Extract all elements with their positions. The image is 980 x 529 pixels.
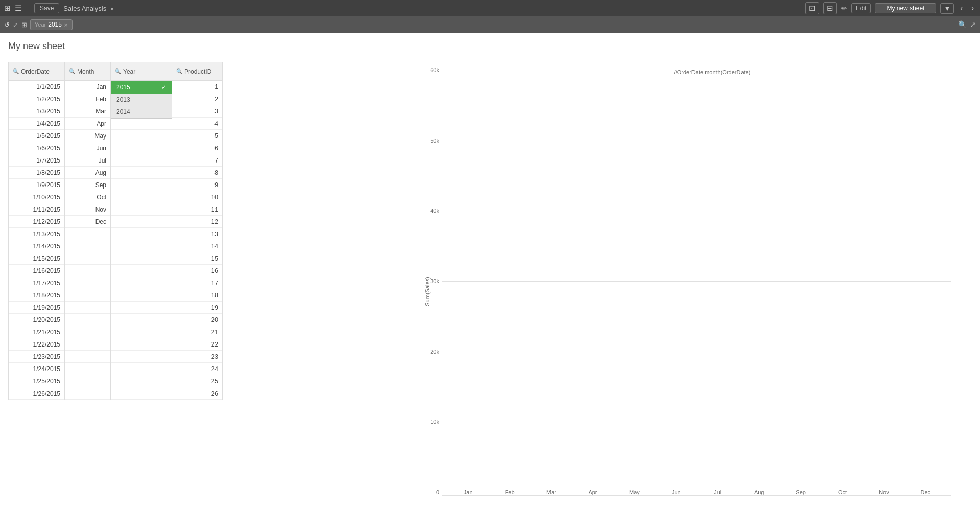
save-button[interactable]: Save	[34, 3, 59, 13]
table-row: 15	[172, 252, 222, 265]
table-row: May	[65, 130, 110, 142]
table-row: Jun	[65, 142, 110, 154]
main-area: My new sheet 🔍 OrderDate 1/1/2015 1/2/20…	[0, 33, 980, 529]
filter-close-icon[interactable]: ×	[64, 21, 68, 29]
table-row	[111, 154, 172, 167]
table-row: Oct	[65, 191, 110, 203]
month-header: 🔍 Month	[65, 62, 110, 81]
year-checkmark-icon: ✓	[161, 84, 166, 91]
y-label-60k: 60k	[430, 67, 439, 73]
year-option-2015[interactable]: 2015 ✓	[111, 81, 172, 94]
month-search-icon: 🔍	[69, 68, 75, 74]
table-row: 1/10/2015	[9, 191, 64, 203]
table-row	[111, 277, 172, 289]
y-axis-title: Sum(Sales)	[424, 277, 431, 306]
table-row	[111, 240, 172, 252]
table-row: 6	[172, 142, 222, 154]
edit-pencil-icon[interactable]: ✏	[841, 4, 847, 12]
x-label-jul: Jul	[697, 487, 738, 495]
x-label-sep: Sep	[780, 487, 821, 495]
refresh-icon[interactable]: ↺	[4, 21, 10, 29]
table-row: 1/25/2015	[9, 375, 64, 387]
year-option-2013[interactable]: 2013	[111, 94, 172, 106]
table-row	[111, 302, 172, 314]
fullscreen-icon[interactable]: ⤢	[970, 20, 976, 29]
year-dropdown[interactable]: 2015 ✓ 2013 2014	[111, 81, 172, 119]
table-row	[111, 191, 172, 203]
table-row	[65, 314, 110, 326]
table-row: 1/15/2015	[9, 252, 64, 265]
table-row: Feb	[65, 93, 110, 105]
table-row: Sep	[65, 179, 110, 191]
table-row: 12	[172, 216, 222, 228]
table-row	[65, 387, 110, 400]
table-row: 23	[172, 351, 222, 363]
edit-button[interactable]: Edit	[851, 3, 871, 13]
table-row	[111, 118, 172, 130]
table-row: 9	[172, 179, 222, 191]
y-label-20k: 20k	[430, 349, 439, 355]
year-search-icon: 🔍	[115, 68, 121, 74]
next-nav-button[interactable]: ›	[969, 4, 976, 13]
table-wrapper: 🔍 OrderDate 1/1/2015 1/2/2015 1/3/2015 1…	[8, 62, 401, 400]
gridline	[442, 495, 951, 496]
year-option-2014[interactable]: 2014	[111, 106, 172, 118]
x-label-jun: Jun	[655, 487, 697, 495]
table-row	[111, 252, 172, 265]
table-row: 3	[172, 105, 222, 118]
table-row	[111, 351, 172, 363]
table-row	[111, 179, 172, 191]
table-row: 14	[172, 240, 222, 252]
y-label-50k: 50k	[430, 137, 439, 144]
table-row: 1/8/2015	[9, 167, 64, 179]
table-row	[111, 363, 172, 375]
table-row: 18	[172, 289, 222, 302]
month-column: 🔍 Month Jan Feb Mar Apr May Jun Jul Aug …	[64, 62, 110, 400]
sheet-title: My new sheet	[8, 41, 972, 52]
expand-icon[interactable]: ⤢	[13, 21, 18, 29]
table-row: 26	[172, 387, 222, 400]
year-filter-pill[interactable]: Year 2015 ×	[30, 19, 73, 30]
prev-nav-button[interactable]: ‹	[958, 4, 965, 13]
product-id-header-label: ProductID	[184, 68, 211, 75]
table-row: 1/12/2015	[9, 216, 64, 228]
content-area: 🔍 OrderDate 1/1/2015 1/2/2015 1/3/2015 1…	[8, 62, 972, 521]
table-row	[111, 167, 172, 179]
table-row	[111, 326, 172, 338]
table-row: 1/21/2015	[9, 326, 64, 338]
search-icon[interactable]: 🔍	[958, 20, 967, 29]
table-row: 11	[172, 203, 222, 216]
table-row	[65, 277, 110, 289]
table-row	[111, 314, 172, 326]
sheet-dropdown-icon[interactable]: ▼	[940, 3, 954, 14]
table-row	[65, 265, 110, 277]
grid-icon[interactable]: ⊞	[4, 4, 11, 13]
table-row	[111, 338, 172, 351]
layout-icon[interactable]: ⊟	[823, 2, 837, 14]
table-row: 1/23/2015	[9, 351, 64, 363]
year-header-label: Year	[123, 68, 135, 75]
list-icon[interactable]: ☰	[15, 4, 21, 13]
top-toolbar: ⊞ ☰ Save Sales Analysis ● ⊡ ⊟ ✏ Edit My …	[0, 0, 980, 16]
monitor-icon[interactable]: ⊡	[805, 2, 819, 14]
bars-container	[442, 67, 951, 495]
table-row	[111, 130, 172, 142]
table-row: 1/9/2015	[9, 179, 64, 191]
x-label-apr: Apr	[572, 487, 613, 495]
filter-icon[interactable]: ⊞	[21, 21, 27, 29]
order-date-header: 🔍 OrderDate	[9, 62, 64, 81]
table-row	[111, 142, 172, 154]
year-option-label: 2014	[116, 108, 130, 116]
table-row: 10	[172, 191, 222, 203]
table-row: 7	[172, 154, 222, 167]
x-label-mar: Mar	[531, 487, 572, 495]
table-row: Mar	[65, 105, 110, 118]
x-label-oct: Oct	[822, 487, 863, 495]
table-row: 1/26/2015	[9, 387, 64, 400]
x-label-dec: Dec	[905, 487, 946, 495]
y-label-10k: 10k	[430, 419, 439, 425]
table-row	[65, 252, 110, 265]
table-row: 1/1/2015	[9, 81, 64, 93]
table-row: Dec	[65, 216, 110, 228]
table-row: 5	[172, 130, 222, 142]
